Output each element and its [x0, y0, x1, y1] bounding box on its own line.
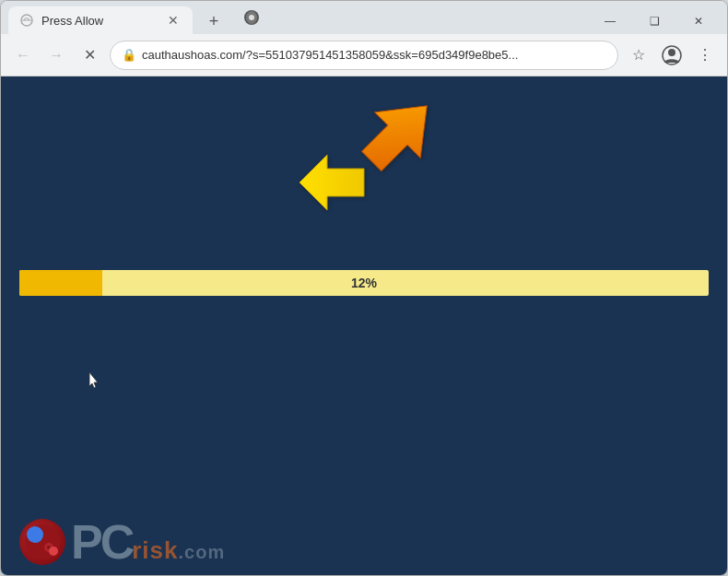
- svg-marker-8: [89, 372, 98, 388]
- pcrisk-text: PC risk.com: [71, 518, 225, 566]
- progress-fill: [19, 270, 102, 296]
- progress-label: 12%: [351, 276, 377, 290]
- progress-container: 12%: [19, 270, 709, 296]
- close-window-button[interactable]: ✕: [677, 8, 720, 34]
- maximize-button[interactable]: ❑: [633, 8, 675, 34]
- yellow-arrow-icon: [295, 150, 369, 215]
- risk-text: risk.com: [132, 536, 225, 565]
- tab-favicon: [19, 13, 34, 28]
- svg-marker-7: [299, 155, 364, 210]
- back-button[interactable]: ←: [10, 42, 36, 68]
- orange-arrow-icon: [359, 90, 442, 182]
- watermark: PC risk.com: [19, 518, 225, 566]
- security-lock-icon: 🔒: [122, 48, 136, 62]
- browser-window: Press Allow ✕ + — ❑ ✕ ← → ✕ 🔒 caut: [0, 0, 728, 576]
- window-controls: — ❑ ✕: [589, 6, 720, 34]
- svg-point-5: [668, 49, 675, 56]
- toolbar: ← → ✕ 🔒 cauthaushoas.com/?s=551037951451…: [1, 34, 727, 76]
- forward-button[interactable]: →: [43, 42, 69, 68]
- svg-marker-6: [359, 90, 442, 182]
- active-tab[interactable]: Press Allow ✕: [8, 6, 193, 34]
- svg-point-11: [34, 534, 40, 539]
- title-bar: Press Allow ✕ + — ❑ ✕: [1, 1, 727, 34]
- profile-button[interactable]: [659, 42, 685, 68]
- tab-title: Press Allow: [41, 14, 158, 28]
- svg-point-9: [25, 524, 60, 559]
- mouse-cursor: [88, 371, 100, 388]
- bookmark-button[interactable]: ☆: [626, 42, 652, 68]
- menu-button[interactable]: ⋮: [692, 42, 718, 68]
- vpn-icon-button[interactable]: [239, 5, 264, 30]
- address-bar[interactable]: 🔒 cauthaushoas.com/?s=551037951451358059…: [110, 41, 618, 70]
- svg-point-3: [249, 15, 254, 20]
- svg-point-13: [47, 546, 51, 549]
- page-content: 12% PC risk.com: [1, 76, 727, 575]
- arrow-group: [309, 95, 419, 206]
- pc-text: PC: [71, 518, 132, 566]
- minimize-button[interactable]: —: [589, 8, 631, 34]
- url-text: cauthaushoas.com/?s=551037951451358059&s…: [142, 48, 606, 62]
- new-tab-button[interactable]: +: [200, 8, 228, 34]
- pcrisk-logo: [19, 519, 65, 565]
- svg-point-12: [44, 543, 53, 552]
- tab-close-button[interactable]: ✕: [165, 12, 182, 29]
- reload-stop-button[interactable]: ✕: [76, 42, 102, 68]
- progress-bar: 12%: [19, 270, 709, 296]
- svg-point-10: [29, 530, 42, 543]
